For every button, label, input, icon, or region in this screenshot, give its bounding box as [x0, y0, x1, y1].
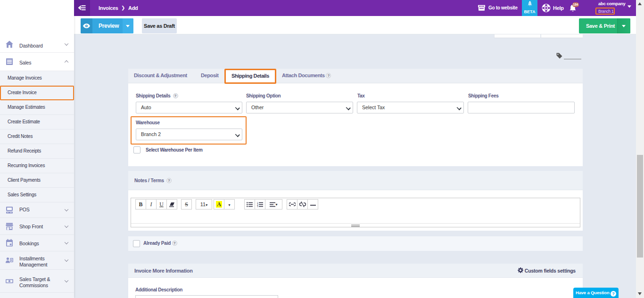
svg-text:3: 3: [257, 205, 258, 207]
